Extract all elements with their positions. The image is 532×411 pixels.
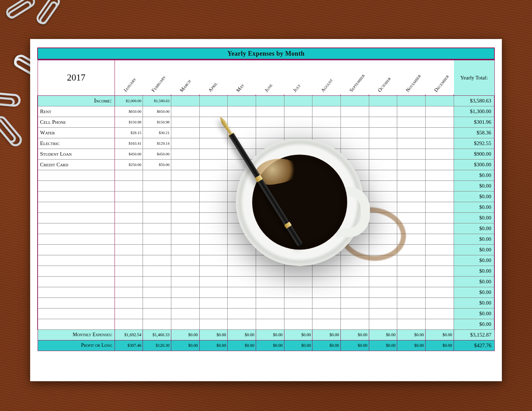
table-row: $0.00 — [38, 298, 494, 308]
cell-value — [426, 138, 454, 149]
category-label — [38, 266, 115, 276]
cell-value: $0.00 — [312, 329, 341, 340]
category-label: Water — [38, 127, 115, 138]
cell-value — [143, 212, 171, 223]
cell-value: $150.98 — [143, 117, 171, 127]
cell-value — [143, 298, 171, 308]
cell-value — [341, 276, 369, 287]
row-total: $0.00 — [454, 287, 494, 298]
cell-value — [171, 266, 200, 276]
year-label: 2017 — [38, 60, 115, 95]
income-label: Income: — [38, 95, 115, 106]
cell-value — [199, 127, 228, 138]
cell-value — [312, 276, 341, 287]
cell-value — [369, 149, 397, 159]
cell-value — [397, 170, 426, 180]
cell-value — [426, 298, 454, 308]
cell-value: $0.00 — [369, 329, 397, 340]
cell-value: $0.00 — [199, 329, 228, 340]
cell-value — [312, 117, 341, 127]
cell-value — [115, 308, 143, 319]
table-row: $0.00 — [38, 287, 494, 298]
month-header-september: September — [341, 60, 369, 95]
cell-value — [426, 106, 454, 117]
cell-value — [341, 319, 369, 329]
category-label — [38, 244, 115, 255]
cell-value — [256, 298, 284, 308]
row-total: $0.00 — [454, 276, 494, 287]
cell-value — [369, 95, 397, 106]
row-total: $0.00 — [454, 202, 494, 212]
cell-value — [397, 95, 426, 106]
cell-value — [256, 287, 284, 298]
cell-value — [199, 266, 228, 276]
month-header-april: April — [199, 60, 228, 95]
cell-value — [171, 319, 200, 329]
cell-value — [171, 180, 200, 191]
row-total: $0.00 — [454, 234, 494, 244]
row-total: $0.00 — [454, 244, 494, 255]
category-label: Credit Card — [38, 159, 115, 170]
cell-value — [143, 319, 171, 329]
cell-value — [369, 117, 397, 127]
cell-value: $30.21 — [143, 127, 171, 138]
cell-value — [143, 308, 171, 319]
cell-value — [312, 308, 341, 319]
cell-value — [397, 212, 426, 223]
row-total: $0.00 — [454, 255, 494, 266]
cell-value — [397, 180, 426, 191]
cell-value — [284, 298, 312, 308]
cell-value: $28.15 — [115, 127, 143, 138]
cell-value — [397, 255, 426, 266]
cell-value — [171, 149, 200, 159]
cell-value — [341, 106, 369, 117]
cell-value: $0.00 — [256, 329, 284, 340]
profit-or-loss-row: Profit or Loss: $307.46$120.30$0.00$0.00… — [38, 340, 494, 351]
cell-value — [143, 202, 171, 212]
cell-value: $0.00 — [171, 340, 200, 351]
category-label: Electric — [38, 138, 115, 149]
cell-value — [397, 106, 426, 117]
row-total: $0.00 — [454, 191, 494, 202]
cell-value — [397, 298, 426, 308]
cell-value — [256, 106, 284, 117]
cell-value — [426, 127, 454, 138]
table-row: $0.00 — [38, 276, 494, 287]
month-header-march: March — [171, 60, 200, 95]
cell-value — [171, 95, 200, 106]
cell-value — [171, 287, 200, 298]
row-total: $0.00 — [454, 298, 494, 308]
cell-value — [426, 159, 454, 170]
category-label — [38, 234, 115, 244]
cell-value — [426, 276, 454, 287]
cell-value — [171, 276, 200, 287]
month-header-february: February — [143, 60, 171, 95]
cell-value — [143, 223, 171, 234]
cell-value — [426, 234, 454, 244]
cell-value — [199, 95, 228, 106]
cell-value — [115, 287, 143, 298]
cell-value — [426, 319, 454, 329]
cell-value — [115, 276, 143, 287]
category-label — [38, 202, 115, 212]
cell-value — [115, 170, 143, 180]
cell-value: $0.00 — [369, 340, 397, 351]
cell-value — [143, 287, 171, 298]
category-label — [38, 170, 115, 180]
monthly-expenses-label: Monthly Expenses: — [38, 329, 115, 340]
cell-value: $2,000.00 — [115, 95, 143, 106]
cell-value — [284, 319, 312, 329]
cell-value: $1,692.54 — [115, 329, 143, 340]
coffee-cup-icon — [236, 138, 364, 266]
cell-value — [284, 127, 312, 138]
cell-value — [228, 117, 256, 127]
table-row: $0.00 — [38, 308, 494, 319]
cell-value — [171, 234, 200, 244]
cell-value — [115, 234, 143, 244]
cell-value: $120.30 — [143, 340, 171, 351]
cell-value — [199, 170, 228, 180]
cell-value — [228, 266, 256, 276]
cell-value: $650.00 — [143, 106, 171, 117]
cell-value: $307.46 — [115, 340, 143, 351]
cell-value — [171, 308, 200, 319]
